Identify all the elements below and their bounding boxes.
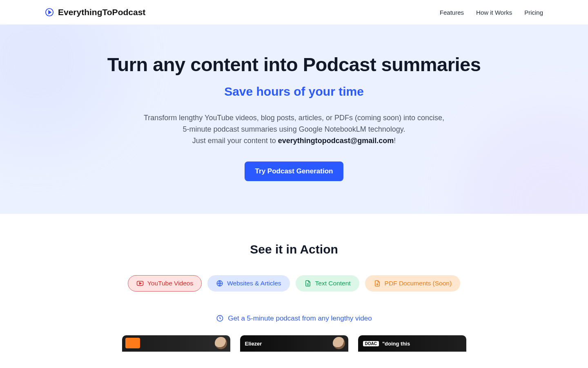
brand[interactable]: EverythingToPodcast <box>45 7 145 17</box>
face-avatar-icon <box>215 337 227 349</box>
nav-links: Features How it Works Pricing <box>440 9 543 16</box>
tab-youtube-videos[interactable]: YouTube Videos <box>128 275 202 292</box>
video-thumb-1[interactable] <box>122 335 230 352</box>
see-it-in-action-section: See it in Action YouTube Videos Websites… <box>0 214 588 368</box>
video-thumb-3-title: "doing this <box>382 341 410 347</box>
nav-features[interactable]: Features <box>440 9 464 16</box>
cta-try-button[interactable]: Try Podcast Generation <box>245 162 344 181</box>
hero-description: Transform lengthy YouTube videos, blog p… <box>143 112 445 147</box>
top-nav: EverythingToPodcast Features How it Work… <box>0 0 588 25</box>
tab-pdf-documents[interactable]: PDF Documents (Soon) <box>365 275 461 292</box>
hero-email: everythingtopodcast@gmail.com <box>278 137 394 145</box>
document-icon <box>304 280 312 287</box>
tab-pdf-label: PDF Documents (Soon) <box>385 280 452 287</box>
hero-title: Turn any content into Podcast summaries <box>90 53 498 76</box>
video-thumb-3-tag: DOAC <box>363 341 379 346</box>
clock-icon <box>216 314 224 322</box>
video-thumb-3[interactable]: DOAC "doing this <box>358 335 466 352</box>
video-thumbnails: Eliezer DOAC "doing this <box>16 335 572 352</box>
face-avatar-icon <box>333 337 345 349</box>
action-tagline: Get a 5-minute podcast from any lengthy … <box>216 314 372 323</box>
hero-desc-suffix: ! <box>394 137 396 145</box>
hero-subtitle: Save hours of your time <box>90 85 498 99</box>
tab-websites-articles[interactable]: Websites & Articles <box>207 275 290 292</box>
tab-youtube-label: YouTube Videos <box>147 280 193 287</box>
play-circle-icon <box>45 8 54 17</box>
svg-marker-1 <box>49 11 51 13</box>
video-thumb-2-title: Eliezer <box>245 341 262 347</box>
nav-pricing[interactable]: Pricing <box>524 9 543 16</box>
video-thumb-2[interactable]: Eliezer <box>240 335 348 352</box>
svg-marker-3 <box>139 282 141 284</box>
youtube-icon <box>136 280 144 287</box>
tab-text-content[interactable]: Text Content <box>296 275 359 292</box>
hero-section: Turn any content into Podcast summaries … <box>0 25 588 214</box>
hero-desc-line1: Transform lengthy YouTube videos, blog p… <box>144 114 444 133</box>
hero-desc-prefix: Just email your content to <box>192 137 278 145</box>
action-tagline-text: Get a 5-minute podcast from any lengthy … <box>228 314 372 323</box>
nav-how-it-works[interactable]: How it Works <box>476 9 512 16</box>
brand-name: EverythingToPodcast <box>58 7 145 17</box>
globe-icon <box>216 280 223 287</box>
tab-web-label: Websites & Articles <box>227 280 281 287</box>
file-download-icon <box>374 280 381 287</box>
tab-text-label: Text Content <box>315 280 351 287</box>
action-title: See it in Action <box>16 242 572 256</box>
source-type-tabs: YouTube Videos Websites & Articles Text … <box>16 275 572 292</box>
